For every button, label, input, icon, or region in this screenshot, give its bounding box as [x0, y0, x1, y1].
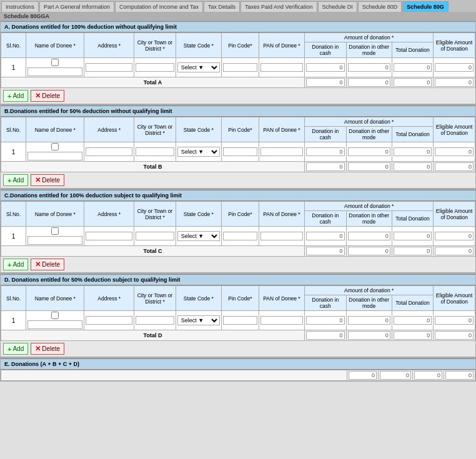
- section-c-table: Sl.No. Name of Donee * Address * City or…: [1, 201, 475, 257]
- tab-tax-details[interactable]: Tax Details: [204, 1, 240, 12]
- delete-btn-a[interactable]: ✕ Delete: [31, 90, 64, 102]
- pan-donee-b1[interactable]: [260, 147, 303, 156]
- tab-schedule-80d[interactable]: Schedule 80D: [358, 1, 402, 12]
- total-row-e: [1, 370, 475, 381]
- state-code-b1[interactable]: Select ▼: [177, 147, 220, 157]
- address-b1[interactable]: [86, 147, 132, 156]
- section-c-header: C.Donations entitled for 100% deduction …: [1, 190, 475, 201]
- state-code-a1[interactable]: Select ▼: [177, 62, 220, 72]
- state-code-c1[interactable]: Select ▼: [177, 231, 220, 241]
- section-d-btn-bar: + Add ✕ Delete: [1, 341, 475, 357]
- pan-donee-a1[interactable]: [260, 63, 303, 72]
- name-donee-a1[interactable]: [27, 67, 82, 76]
- delete-btn-b[interactable]: ✕ Delete: [31, 174, 64, 186]
- state-code-d1[interactable]: Select ▼: [177, 315, 220, 325]
- col-donation-cash-d: Donation in cash: [305, 295, 347, 311]
- tab-computation[interactable]: Computation of Income and Tax: [115, 1, 203, 12]
- col-pan-donee: PAN of Donee *: [259, 33, 304, 58]
- add-btn-d[interactable]: + Add: [3, 343, 28, 355]
- col-pan-donee-b: PAN of Donee *: [259, 117, 304, 142]
- col-pin-code-b: Pin Code*: [221, 117, 259, 142]
- add-btn-b[interactable]: + Add: [3, 174, 28, 186]
- total-e-total: [414, 371, 442, 380]
- name-donee-d1[interactable]: [27, 320, 82, 329]
- col-state-code: State Code *: [176, 33, 221, 58]
- eligible-b1: [435, 147, 474, 156]
- tab-instructions[interactable]: Instructions: [1, 1, 39, 12]
- checkbox-cell-c1: [26, 227, 84, 246]
- name-donee-b1[interactable]: [27, 152, 82, 160]
- plus-icon-d: +: [7, 345, 11, 353]
- donation-other-c1[interactable]: [348, 232, 390, 240]
- table-row: 1 Select ▼: [1, 227, 475, 246]
- tab-part-a-general[interactable]: Part A General Information: [39, 1, 114, 12]
- total-b-other: [348, 162, 390, 171]
- donation-cash-d1[interactable]: [306, 316, 345, 325]
- donation-cash-c1[interactable]: [306, 232, 345, 240]
- section-d-header: D. Donations entitled for 50% deduction …: [1, 274, 475, 285]
- col-donation-other-c: Donation in other mode: [346, 211, 392, 227]
- col-donation-other-b: Donation in other mode: [346, 127, 392, 142]
- col-address-d: Address *: [84, 286, 134, 311]
- pin-code-a1[interactable]: [223, 63, 257, 72]
- section-b-wrapper: B.Donations entitled for 50% deduction w…: [0, 105, 476, 189]
- col-donation-other-d: Donation in other mode: [346, 295, 392, 311]
- plus-icon-b: +: [7, 177, 11, 184]
- donation-other-d1[interactable]: [348, 316, 390, 325]
- section-b-btn-bar: + Add ✕ Delete: [1, 172, 475, 189]
- pin-code-c1[interactable]: [223, 232, 257, 240]
- col-pin-code-d: Pin Code*: [221, 286, 259, 311]
- section-b-table: Sl.No. Name of Donee * Address * City or…: [1, 117, 475, 172]
- delete-btn-d[interactable]: ✕ Delete: [31, 343, 64, 355]
- col-total-donation-b: Total Donation: [392, 127, 434, 142]
- col-pin-code: Pin Code*: [221, 33, 259, 58]
- city-c1[interactable]: [136, 232, 174, 240]
- tab-taxes-paid[interactable]: Taxes Paid And Verification: [240, 1, 317, 12]
- col-state-code-c: State Code *: [176, 202, 221, 227]
- total-c-other: [348, 247, 390, 255]
- delete-label-c: Delete: [42, 261, 60, 268]
- total-b-label: Total B: [1, 162, 305, 172]
- col-slno-b: Sl.No.: [1, 117, 26, 142]
- table-row: 1 Select ▼: [1, 58, 475, 77]
- pan-donee-d1[interactable]: [260, 316, 303, 325]
- col-city-b: City or Town or District *: [134, 117, 176, 142]
- pin-code-b1[interactable]: [223, 147, 257, 156]
- total-d-cash: [306, 331, 345, 340]
- total-a-label: Total A: [1, 77, 305, 88]
- total-donation-a1: [394, 63, 432, 72]
- address-c1[interactable]: [86, 232, 132, 240]
- section-c-wrapper: C.Donations entitled for 100% deduction …: [0, 189, 476, 274]
- pin-code-d1[interactable]: [223, 316, 257, 325]
- delete-btn-c[interactable]: ✕ Delete: [31, 259, 64, 270]
- address-a1[interactable]: [86, 63, 132, 72]
- add-btn-c[interactable]: + Add: [3, 259, 28, 270]
- donation-other-a1[interactable]: [348, 63, 390, 72]
- address-d1[interactable]: [86, 316, 132, 325]
- col-name-donee-b: Name of Donee *: [26, 117, 84, 142]
- section-e-table: [1, 370, 475, 381]
- x-icon-c: ✕: [35, 260, 41, 269]
- total-d-other: [348, 331, 390, 340]
- total-c-label: Total C: [1, 246, 305, 257]
- donation-cash-b1[interactable]: [306, 147, 345, 156]
- donation-cash-a1[interactable]: [306, 63, 345, 72]
- row-checkbox-c1[interactable]: [51, 227, 59, 235]
- name-donee-c1[interactable]: [27, 236, 82, 245]
- city-a1[interactable]: [136, 63, 174, 72]
- city-d1[interactable]: [136, 316, 174, 325]
- total-e-other: [380, 371, 411, 380]
- tab-schedule-80g[interactable]: Schedule 80G: [402, 1, 449, 12]
- tab-schedule-di[interactable]: Schedule DI: [318, 1, 357, 12]
- row-checkbox-a1[interactable]: [51, 59, 59, 66]
- row-checkbox-b1[interactable]: [51, 143, 59, 151]
- city-b1[interactable]: [136, 147, 174, 156]
- section-a-btn-bar: + Add ✕ Delete: [1, 88, 475, 104]
- col-state-code-b: State Code *: [176, 117, 221, 142]
- row-checkbox-d1[interactable]: [51, 312, 59, 319]
- col-name-donee-d: Name of Donee *: [26, 286, 84, 311]
- x-icon-d: ✕: [35, 345, 41, 353]
- add-btn-a[interactable]: + Add: [3, 90, 28, 102]
- pan-donee-c1[interactable]: [260, 232, 303, 240]
- donation-other-b1[interactable]: [348, 147, 390, 156]
